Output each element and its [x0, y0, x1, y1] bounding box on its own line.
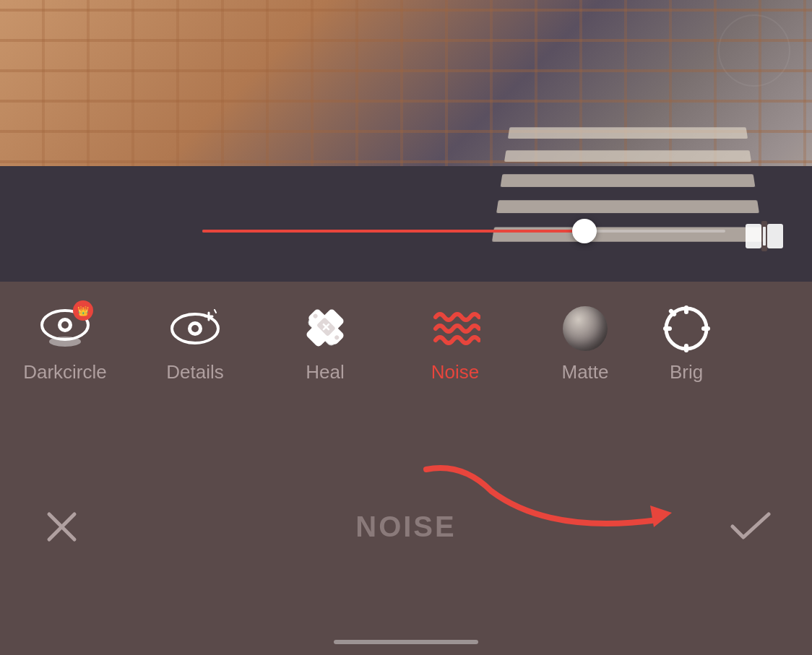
split-view-icon[interactable] — [746, 221, 783, 251]
action-row: NOISE — [0, 398, 812, 655]
svg-rect-31 — [663, 326, 672, 331]
details-icon — [170, 303, 220, 354]
tool-darkcircle[interactable]: 👑 Darkcircle — [0, 296, 130, 391]
crown-badge: 👑 — [73, 300, 93, 321]
brightness-icon — [661, 303, 712, 354]
filter-title: NOISE — [355, 511, 456, 543]
heal-label: Heal — [306, 361, 344, 383]
tool-details[interactable]: Details — [130, 296, 260, 391]
svg-point-6 — [61, 321, 69, 329]
slider-thumb[interactable] — [572, 219, 597, 243]
tool-matte[interactable]: Matte — [520, 296, 650, 391]
tool-brightness[interactable]: Brig — [650, 296, 722, 391]
slider-track — [202, 230, 725, 233]
image-preview — [0, 0, 812, 282]
noise-label: Noise — [431, 361, 479, 383]
svg-point-10 — [191, 325, 199, 332]
svg-point-7 — [49, 337, 81, 347]
brightness-label: Brig — [670, 361, 703, 383]
adjustment-slider[interactable] — [202, 217, 725, 246]
tool-noise[interactable]: Noise — [390, 296, 520, 391]
details-label: Details — [166, 361, 223, 383]
svg-rect-30 — [684, 344, 688, 352]
heal-icon — [300, 303, 350, 354]
darkcircle-label: Darkcircle — [23, 361, 107, 383]
confirm-button[interactable] — [725, 501, 776, 552]
matte-label: Matte — [561, 361, 608, 383]
svg-rect-0 — [746, 224, 761, 248]
watermark — [718, 14, 790, 87]
darkcircle-icon: 👑 — [40, 303, 90, 354]
svg-line-13 — [215, 310, 216, 313]
svg-rect-29 — [684, 305, 688, 314]
slider-fill — [202, 230, 584, 233]
svg-rect-32 — [701, 326, 710, 331]
home-indicator — [334, 640, 478, 644]
title-area: NOISE — [355, 511, 456, 543]
matte-icon — [560, 303, 610, 354]
svg-rect-1 — [767, 224, 783, 248]
tools-row: 👑 Darkcircle Details — [0, 282, 812, 398]
cancel-button[interactable] — [36, 501, 87, 552]
bottom-panel: 👑 Darkcircle Details — [0, 282, 812, 655]
tool-heal[interactable]: Heal — [260, 296, 390, 391]
noise-icon — [430, 303, 480, 354]
svg-rect-3 — [763, 227, 766, 246]
